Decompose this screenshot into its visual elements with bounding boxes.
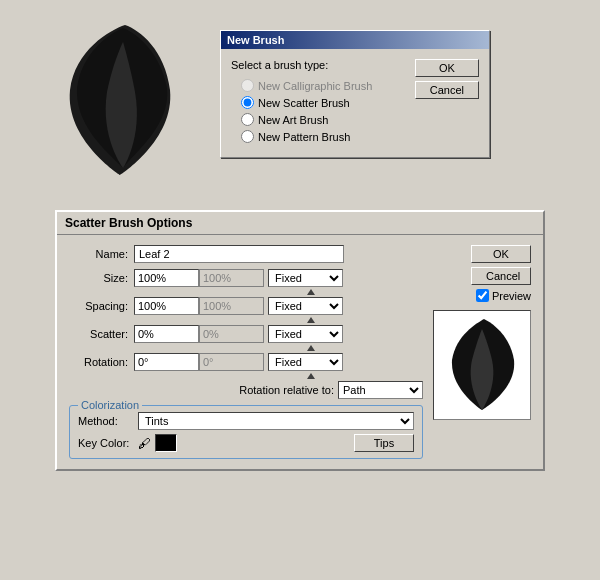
new-brush-cancel-button[interactable]: Cancel — [415, 81, 479, 99]
scatter-left-panel: Name: Size: Fixed Random Pressure Spacin… — [69, 245, 423, 459]
scatter-row: Scatter: Fixed Random Pressure — [69, 325, 423, 343]
preview-checkbox[interactable] — [476, 289, 489, 302]
key-color-swatch[interactable] — [155, 434, 177, 452]
name-label: Name: — [69, 248, 134, 260]
radio-scatter[interactable] — [241, 96, 254, 109]
rotation-arrow-icon[interactable] — [307, 373, 315, 379]
scatter-dropdown[interactable]: Fixed Random Pressure — [268, 325, 343, 343]
keycolor-row: Key Color: 🖋 Tips — [78, 434, 414, 452]
rotation-label: Rotation: — [69, 356, 134, 368]
spacing-arrow — [199, 317, 423, 323]
preview-label: Preview — [492, 290, 531, 302]
leaf-icon — [55, 20, 185, 180]
tips-button[interactable]: Tips — [354, 434, 414, 452]
new-brush-dialog: New Brush Select a brush type: New Calli… — [220, 30, 490, 158]
rotation-relative-dropdown[interactable]: Path Page — [338, 381, 423, 399]
radio-art-label: New Art Brush — [258, 114, 328, 126]
scatter-brush-dialog: Scatter Brush Options Name: Size: Fixed … — [55, 210, 545, 471]
eyedropper-icon[interactable]: 🖋 — [138, 436, 151, 451]
colorization-section: Colorization Method: Tints None Tints an… — [69, 405, 423, 459]
size-row: Size: Fixed Random Pressure — [69, 269, 423, 287]
name-input[interactable] — [134, 245, 344, 263]
scatter-label: Scatter: — [69, 328, 134, 340]
brush-type-label: Select a brush type: — [231, 59, 397, 71]
scatter-dialog-title: Scatter Brush Options — [57, 212, 543, 235]
preview-leaf-icon — [442, 315, 522, 415]
rotation-arrow — [199, 373, 423, 379]
size-input-1[interactable] — [134, 269, 199, 287]
brush-type-radio-group: New Calligraphic Brush New Scatter Brush… — [241, 79, 397, 143]
radio-calligraphic[interactable] — [241, 79, 254, 92]
scatter-arrow — [199, 345, 423, 351]
rotation-input-2 — [199, 353, 264, 371]
rotation-input-1[interactable] — [134, 353, 199, 371]
method-row: Method: Tints None Tints and Shades Hue … — [78, 412, 414, 430]
scatter-input-1[interactable] — [134, 325, 199, 343]
radio-pattern[interactable] — [241, 130, 254, 143]
rotation-row: Rotation: Fixed Random Pressure — [69, 353, 423, 371]
spacing-label: Spacing: — [69, 300, 134, 312]
scatter-arrow-icon[interactable] — [307, 345, 315, 351]
method-dropdown[interactable]: Tints None Tints and Shades Hue Shift — [138, 412, 414, 430]
rotation-dropdown[interactable]: Fixed Random Pressure — [268, 353, 343, 371]
method-label: Method: — [78, 415, 138, 427]
leaf-preview-area — [40, 20, 200, 180]
new-brush-ok-button[interactable]: OK — [415, 59, 479, 77]
size-arrow — [199, 289, 423, 295]
spacing-dropdown[interactable]: Fixed Random Pressure — [268, 297, 343, 315]
keycolor-label: Key Color: — [78, 437, 138, 449]
scatter-ok-button[interactable]: OK — [471, 245, 531, 263]
preview-box — [433, 310, 531, 420]
spacing-input-2 — [199, 297, 264, 315]
spacing-row: Spacing: Fixed Random Pressure — [69, 297, 423, 315]
new-brush-buttons: OK Cancel — [415, 59, 479, 147]
colorization-legend: Colorization — [78, 399, 142, 411]
scatter-input-2 — [199, 325, 264, 343]
size-input-2 — [199, 269, 264, 287]
radio-scatter-label: New Scatter Brush — [258, 97, 350, 109]
size-label: Size: — [69, 272, 134, 284]
rotation-relative-label: Rotation relative to: — [239, 384, 334, 396]
scatter-right-panel: OK Cancel Preview — [433, 245, 531, 459]
new-brush-dialog-title: New Brush — [221, 31, 489, 49]
scatter-cancel-button[interactable]: Cancel — [471, 267, 531, 285]
radio-art[interactable] — [241, 113, 254, 126]
name-row: Name: — [69, 245, 423, 263]
size-arrow-icon[interactable] — [307, 289, 315, 295]
size-dropdown[interactable]: Fixed Random Pressure — [268, 269, 343, 287]
spacing-input-1[interactable] — [134, 297, 199, 315]
rotation-relative-row: Rotation relative to: Path Page — [69, 381, 423, 399]
radio-pattern-label: New Pattern Brush — [258, 131, 350, 143]
spacing-arrow-icon[interactable] — [307, 317, 315, 323]
preview-checkbox-row: Preview — [476, 289, 531, 302]
radio-calligraphic-label: New Calligraphic Brush — [258, 80, 372, 92]
